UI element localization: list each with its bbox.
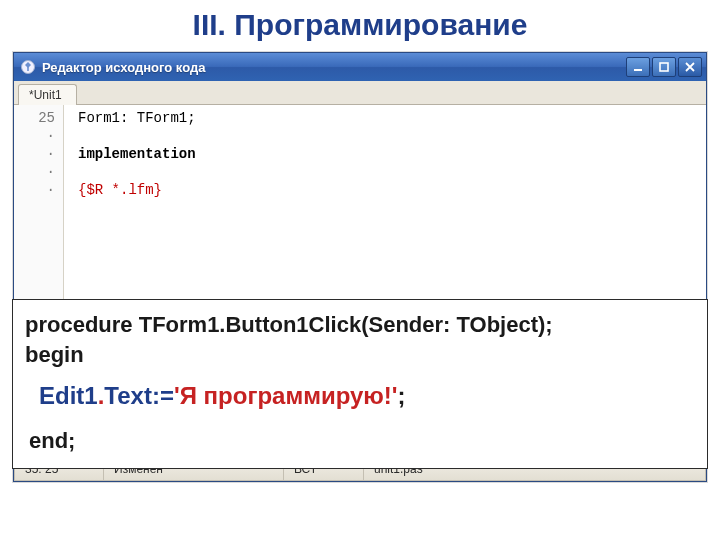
line-number: · — [14, 181, 63, 199]
svg-rect-1 — [27, 67, 29, 71]
titlebar[interactable]: Редактор исходного кода — [14, 53, 706, 81]
editor-window: Редактор исходного кода *Unit1 25 · · · … — [13, 52, 707, 482]
line-number: · — [14, 163, 63, 181]
overlay-statement: Edit1.Text:='Я программирую!'; — [39, 382, 695, 410]
overlay-property: Text — [104, 382, 152, 409]
keyword-implementation: implementation — [78, 146, 196, 162]
overlay-string: 'Я программирую!' — [174, 382, 398, 409]
window-buttons — [626, 57, 702, 77]
close-button[interactable] — [678, 57, 702, 77]
overlay-semicolon: ; — [398, 382, 406, 409]
line-number: · — [14, 127, 63, 145]
overlay-end-line: end; — [29, 428, 695, 454]
line-number: · — [14, 145, 63, 163]
svg-rect-3 — [660, 63, 668, 71]
line-number: 25 — [14, 109, 63, 127]
tab-unit1[interactable]: *Unit1 — [18, 84, 77, 105]
app-icon — [20, 59, 36, 75]
minimize-button[interactable] — [626, 57, 650, 77]
window-title: Редактор исходного кода — [42, 60, 626, 75]
editor-area: 25 · · · · Form1: TForm1; implementation… — [14, 105, 706, 425]
compiler-directive: {$R *.lfm} — [78, 182, 162, 198]
code-line: Form1: TForm1; — [78, 110, 196, 126]
tab-strip: *Unit1 — [14, 81, 706, 105]
overlay-procedure-line: procedure TForm1.Button1Click(Sender: TO… — [25, 310, 695, 340]
slide-title: III. Программирование — [0, 0, 720, 52]
maximize-button[interactable] — [652, 57, 676, 77]
overlay-object: Edit1 — [39, 382, 98, 409]
code-overlay-box: procedure TForm1.Button1Click(Sender: TO… — [12, 299, 708, 469]
svg-rect-2 — [634, 69, 642, 71]
overlay-assign: := — [152, 382, 174, 409]
overlay-begin-line: begin — [25, 342, 695, 368]
